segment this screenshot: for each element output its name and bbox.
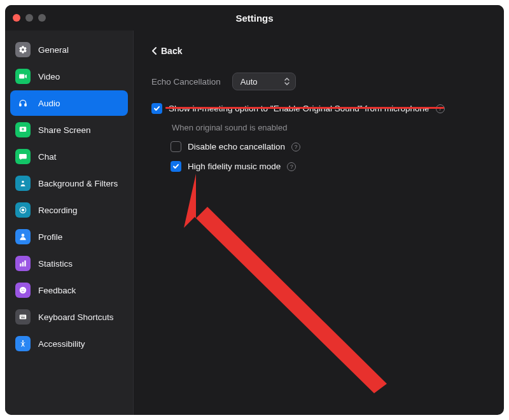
svg-rect-16	[24, 316, 24, 316]
disable-echo-row: Disable echo cancellation ?	[171, 141, 486, 152]
sidebar-item-label: Background & Filters	[38, 179, 118, 188]
echo-cancellation-value: Auto	[241, 77, 258, 87]
sidebar-item-keyboard-shortcuts[interactable]: Keyboard Shortcuts	[10, 304, 128, 330]
back-button[interactable]: Back	[151, 46, 486, 56]
share-screen-icon	[15, 122, 31, 137]
annotation-underline	[165, 107, 444, 109]
chevron-left-icon	[151, 47, 157, 55]
traffic-light-maximize[interactable]	[38, 14, 46, 22]
titlebar: Settings	[5, 5, 504, 31]
window-controls	[13, 14, 46, 22]
echo-cancellation-row: Echo Cancellation Auto	[151, 73, 486, 90]
disable-echo-label: Disable echo cancellation	[188, 142, 285, 151]
sidebar-item-video[interactable]: Video	[10, 64, 128, 89]
accessibility-icon	[15, 336, 31, 351]
original-sound-section-heading: When original sound is enabled	[172, 123, 486, 132]
recording-icon	[15, 202, 31, 218]
help-high-fidelity-icon[interactable]: ?	[287, 162, 296, 171]
svg-rect-15	[22, 316, 23, 316]
svg-rect-1	[25, 104, 26, 106]
sidebar-item-profile[interactable]: Profile	[10, 224, 128, 249]
sidebar-item-label: Chat	[38, 152, 57, 162]
sidebar-item-share-screen[interactable]: Share Screen	[10, 117, 128, 143]
sidebar-item-statistics[interactable]: Statistics	[10, 251, 128, 276]
original-sound-suboptions: Disable echo cancellation ? High fidelit…	[171, 141, 486, 172]
svg-rect-13	[20, 315, 27, 319]
sidebar-item-label: Audio	[38, 99, 60, 108]
sidebar-item-label: Share Screen	[38, 125, 91, 135]
svg-point-11	[22, 289, 22, 290]
sidebar-item-label: Recording	[38, 206, 78, 215]
check-icon	[172, 163, 179, 170]
profile-icon	[15, 229, 31, 244]
sidebar-item-recording[interactable]: Recording	[10, 197, 128, 223]
headphones-icon	[15, 95, 31, 111]
chevron-up-down-icon	[284, 78, 290, 85]
sidebar-item-label: Accessibility	[38, 339, 85, 349]
svg-point-6	[22, 234, 25, 237]
svg-rect-14	[21, 316, 22, 316]
statistics-icon	[15, 256, 31, 271]
sidebar-item-general[interactable]: General	[10, 37, 128, 62]
svg-point-12	[24, 289, 24, 290]
traffic-light-close[interactable]	[13, 14, 20, 22]
sidebar-item-accessibility[interactable]: Accessibility	[10, 331, 128, 356]
sidebar-item-label: General	[38, 45, 69, 55]
svg-point-10	[20, 287, 27, 294]
sidebar-item-chat[interactable]: Chat	[10, 144, 128, 169]
high-fidelity-label: High fidelity music mode	[188, 162, 281, 171]
sidebar-item-feedback[interactable]: Feedback	[10, 277, 128, 303]
background-filters-icon	[15, 176, 31, 191]
svg-rect-0	[20, 104, 21, 106]
echo-cancellation-select[interactable]: Auto	[232, 73, 296, 90]
sidebar-item-label: Video	[38, 72, 60, 81]
keyboard-icon	[15, 309, 31, 325]
feedback-icon	[15, 283, 31, 298]
annotation-arrow	[177, 167, 393, 396]
svg-point-18	[22, 340, 24, 342]
video-icon	[15, 69, 31, 84]
show-original-sound-checkbox[interactable]	[151, 103, 162, 114]
content-pane: Back Echo Cancellation Auto Show in-me	[134, 31, 504, 415]
sidebar-item-label: Feedback	[38, 286, 76, 295]
back-label: Back	[161, 46, 182, 56]
sidebar: General Video Audio Share Screen	[5, 31, 134, 415]
svg-point-5	[22, 209, 24, 211]
sidebar-item-label: Statistics	[38, 259, 73, 269]
help-disable-echo-icon[interactable]: ?	[291, 143, 300, 151]
svg-rect-8	[22, 262, 24, 267]
window-body: General Video Audio Share Screen	[5, 31, 504, 415]
chat-icon	[15, 149, 31, 164]
disable-echo-checkbox[interactable]	[171, 141, 181, 152]
svg-rect-7	[20, 263, 21, 267]
svg-point-3	[22, 181, 24, 183]
check-icon	[153, 105, 160, 112]
gear-icon	[15, 42, 31, 57]
sidebar-item-label: Profile	[38, 232, 62, 242]
high-fidelity-row: High fidelity music mode ?	[171, 161, 486, 172]
sidebar-item-background-filters[interactable]: Background & Filters	[10, 171, 128, 196]
echo-cancellation-label: Echo Cancellation	[151, 77, 221, 87]
svg-rect-9	[24, 260, 25, 266]
traffic-light-minimize[interactable]	[25, 14, 33, 22]
window-title: Settings	[235, 13, 273, 24]
sidebar-item-label: Keyboard Shortcuts	[38, 312, 114, 322]
settings-window: Settings General Video Audio	[5, 5, 504, 415]
svg-rect-17	[21, 318, 25, 318]
sidebar-item-audio[interactable]: Audio	[10, 90, 128, 116]
high-fidelity-checkbox[interactable]	[171, 161, 181, 172]
